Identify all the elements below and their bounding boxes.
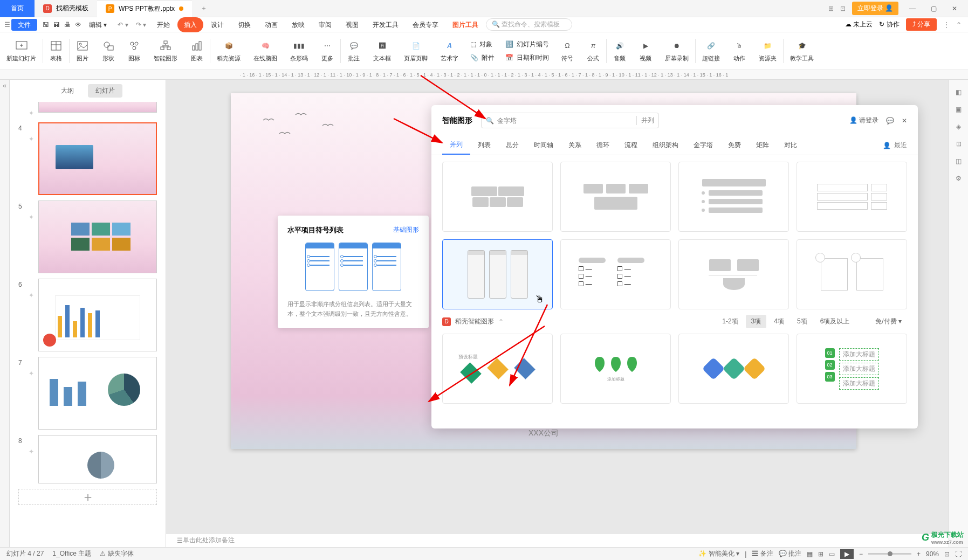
file-menu[interactable]: 文件 — [11, 19, 37, 31]
menu-devtools[interactable]: 开发工具 — [366, 17, 405, 32]
zoom-in[interactable]: + — [917, 550, 921, 558]
graphic-option-3[interactable] — [678, 162, 789, 232]
ribbon-picture[interactable]: 图片 — [70, 34, 95, 67]
ribbon-comment[interactable]: 💬批注 — [341, 34, 367, 67]
template-1[interactable]: 预设标题 — [442, 334, 553, 404]
ribbon-smart[interactable]: 智能图形 — [147, 34, 184, 67]
dialog-search[interactable]: 🔍 并列 — [481, 113, 659, 128]
notes-area[interactable]: ☰ 单击此处添加备注 — [166, 533, 949, 547]
ribbon-more[interactable]: ⋯更多 — [314, 34, 340, 67]
chip-3[interactable]: 3项 — [746, 315, 767, 328]
popup-tab-parallel[interactable]: 并列 — [442, 136, 470, 155]
zoom-slider[interactable] — [868, 553, 911, 555]
template-2[interactable]: 添加标题 — [560, 334, 671, 404]
ribbon-wordart[interactable]: A艺术字 — [434, 34, 465, 67]
zoom-out[interactable]: − — [859, 550, 863, 558]
tab-document[interactable]: P WPS PPT教程.pptx — [97, 0, 192, 17]
chip-6plus[interactable]: 6项及以上 — [815, 315, 855, 328]
menu-picture-tools[interactable]: 图片工具 — [446, 17, 485, 32]
tab-add[interactable]: ＋ — [192, 0, 216, 17]
popup-tab-cycle[interactable]: 循环 — [589, 136, 617, 154]
tab-home[interactable]: 首页 — [0, 0, 35, 17]
template-4[interactable]: 010203添加大标题添加大标题添加大标题 — [797, 334, 907, 404]
slide-thumb-7[interactable] — [38, 357, 157, 430]
status-theme[interactable]: 1_Office 主题 — [52, 549, 91, 558]
menu-edit[interactable]: 编辑 ▾ — [83, 17, 113, 32]
coop-button[interactable]: ↻ 协作 — [879, 20, 899, 29]
view-sorter-icon[interactable]: ⊞ — [818, 550, 823, 558]
ribbon-video[interactable]: ▶视频 — [633, 34, 658, 67]
ribbon-textbox[interactable]: 🅰文本框 — [367, 34, 397, 67]
tab-templates[interactable]: D 找稻壳模板 — [35, 0, 97, 17]
ribbon-audio[interactable]: 🔊音频 — [607, 34, 633, 67]
view-slideshow-icon[interactable]: ▶ — [840, 549, 854, 559]
ribbon-chart[interactable]: 图表 — [184, 34, 210, 67]
menu-animation[interactable]: 动画 — [258, 17, 284, 32]
ribbon-formula[interactable]: π公式 — [580, 34, 606, 67]
graphic-option-6[interactable]: ☐ —☐ —☐ —☐ —☐ —☐ — — [560, 239, 671, 309]
menu-design[interactable]: 设计 — [204, 17, 230, 32]
menu-icon[interactable]: ☰ — [4, 21, 10, 29]
menu-show[interactable]: 放映 — [285, 17, 311, 32]
sidebar-layers-icon[interactable]: ▣ — [956, 106, 962, 113]
popup-tab-total[interactable]: 总分 — [498, 136, 526, 154]
ribbon-attachment[interactable]: 📎 附件 — [469, 52, 496, 64]
ribbon-new-slide[interactable]: 新建幻灯片 — [0, 34, 43, 67]
cloud-status[interactable]: ☁ 未上云 — [845, 20, 873, 29]
graphic-option-7[interactable] — [678, 239, 789, 309]
view-reading-icon[interactable]: ▭ — [829, 550, 835, 558]
ribbon-resource[interactable]: 📦稻壳资源 — [210, 34, 247, 67]
status-comments[interactable]: 💬 批注 — [779, 549, 801, 558]
print-icon[interactable]: 🖶 — [64, 21, 71, 29]
graphic-option-4[interactable] — [797, 162, 907, 232]
ribbon-shape[interactable]: 形状 — [95, 34, 121, 67]
panel-tab-slides[interactable]: 幻灯片 — [88, 84, 122, 98]
minimize-button[interactable]: — — [905, 5, 920, 12]
save-as-icon[interactable]: 🖬 — [53, 21, 60, 29]
popup-recent[interactable]: 👤 最近 — [883, 141, 907, 150]
chip-4[interactable]: 4项 — [768, 315, 789, 328]
popup-tab-timeline[interactable]: 时间轴 — [526, 136, 561, 154]
sidebar-design-icon[interactable]: ◫ — [956, 157, 962, 165]
login-button[interactable]: 立即登录 👤 — [852, 2, 898, 15]
search-category-filter[interactable]: 并列 — [636, 116, 654, 125]
slide-thumb-4[interactable] — [38, 122, 157, 195]
panel-tab-outline[interactable]: 大纲 — [53, 84, 81, 98]
slide-thumb-5[interactable] — [38, 201, 157, 273]
fullscreen-icon[interactable]: ⛶ — [955, 550, 962, 558]
ribbon-teaching[interactable]: 🎓教学工具 — [784, 34, 820, 67]
status-fonts[interactable]: ⚠ 缺失字体 — [100, 549, 133, 558]
dialog-login[interactable]: 👤 请登录 — [849, 116, 878, 125]
ribbon-hyperlink[interactable]: 🔗超链接 — [696, 34, 726, 67]
save-icon[interactable]: 🖫 — [43, 21, 49, 29]
zoom-fit[interactable]: ⊡ — [944, 550, 950, 558]
popup-tab-free[interactable]: 免费 — [720, 136, 749, 154]
chip-free-paid[interactable]: 免/付费 ▾ — [870, 315, 907, 328]
popup-tab-org[interactable]: 组织架构 — [645, 136, 686, 154]
graphic-option-1[interactable] — [442, 162, 553, 232]
zoom-level[interactable]: 90% — [926, 550, 939, 558]
ribbon-icon[interactable]: 图标 — [121, 34, 147, 67]
window-layout-icon[interactable]: ⊞ — [828, 5, 834, 12]
ribbon-slidenum[interactable]: 🔢 幻灯片编号 — [504, 39, 550, 50]
ribbon-barcode[interactable]: ▮▮▮条形码 — [284, 34, 314, 67]
chip-5[interactable]: 5项 — [792, 315, 813, 328]
sidebar-transition-icon[interactable]: ⊡ — [956, 140, 962, 148]
popup-tab-list[interactable]: 列表 — [470, 136, 498, 154]
more-menu-icon[interactable]: ⋮ — [943, 21, 950, 29]
view-normal-icon[interactable]: ▦ — [807, 550, 813, 558]
popup-tab-matrix[interactable]: 矩阵 — [749, 136, 777, 154]
share-button[interactable]: ⤴ 分享 — [906, 18, 937, 31]
sidebar-animation-icon[interactable]: ◈ — [956, 123, 961, 130]
ribbon-table[interactable]: 表格 — [43, 34, 69, 67]
graphic-option-2[interactable] — [560, 162, 671, 232]
ribbon-symbol[interactable]: Ω符号 — [554, 34, 580, 67]
collapse-panel[interactable]: « — [0, 80, 10, 547]
ribbon-resource2[interactable]: 📁资源夹 — [752, 34, 783, 67]
ribbon-mindmap[interactable]: 🧠在线脑图 — [247, 34, 284, 67]
menu-review[interactable]: 审阅 — [312, 17, 338, 32]
slide-thumb-6[interactable] — [38, 279, 157, 351]
slide-thumb-3[interactable] — [38, 102, 157, 113]
dialog-search-input[interactable] — [497, 117, 633, 125]
ribbon-datetime[interactable]: 📅 日期和时间 — [504, 52, 550, 64]
